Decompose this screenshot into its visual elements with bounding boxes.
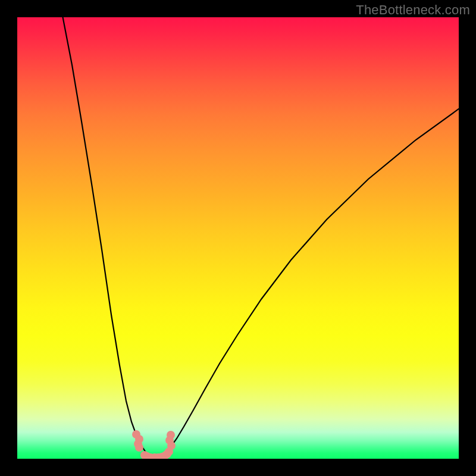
marker-group xyxy=(132,430,176,459)
marker-bottom-marker-cluster xyxy=(165,447,173,456)
chart-frame: TheBottleneck.com xyxy=(0,0,476,476)
marker-left-marker-cluster xyxy=(135,443,143,452)
curve-group xyxy=(62,17,459,458)
curve-right-arm xyxy=(155,109,459,458)
watermark-text: TheBottleneck.com xyxy=(356,2,470,18)
chart-panel xyxy=(17,17,459,459)
marker-right-marker-cluster xyxy=(167,431,175,439)
chart-svg xyxy=(17,17,459,459)
curve-left-arm xyxy=(62,17,155,458)
